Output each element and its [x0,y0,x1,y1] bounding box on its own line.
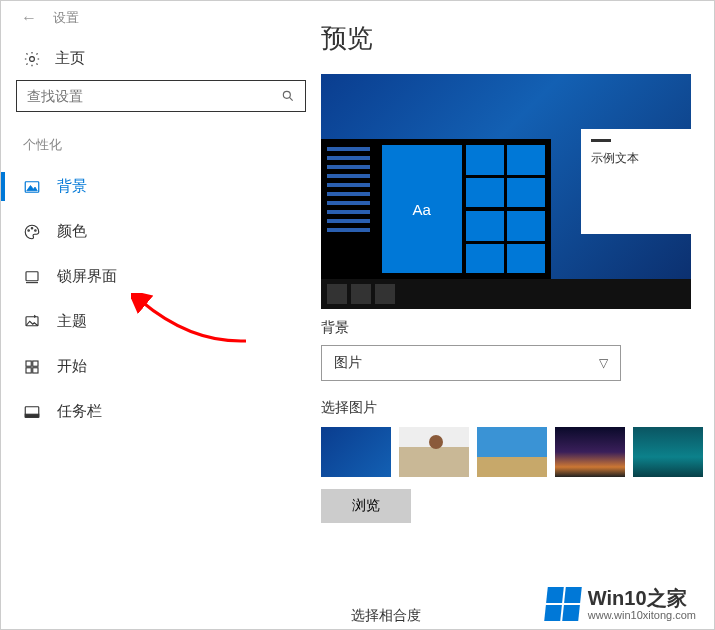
nav-item-start[interactable]: 开始 [1,344,321,389]
start-icon [23,358,41,376]
preview-heading: 预览 [321,21,704,56]
svg-rect-8 [26,271,38,280]
app-title: 设置 [53,9,79,27]
nav-label: 任务栏 [57,402,102,421]
preview-taskbar [321,279,691,309]
svg-point-1 [283,91,290,98]
preview-window: 示例文本 [581,129,691,234]
nav-item-lockscreen[interactable]: 锁屏界面 [1,254,321,299]
lockscreen-icon [23,268,41,286]
chevron-down-icon: ▽ [599,356,608,370]
taskbar-icon [23,403,41,421]
picture-thumbnails [321,427,704,477]
watermark: Win10之家 www.win10xitong.com [540,585,702,623]
nav-label: 锁屏界面 [57,267,117,286]
svg-rect-12 [33,361,38,366]
nav-label: 主题 [57,312,87,331]
sample-text-label: 示例文本 [591,151,639,165]
background-label: 背景 [321,319,704,337]
home-row[interactable]: 主页 [1,37,321,80]
svg-line-2 [289,97,292,100]
svg-point-6 [31,227,33,229]
back-arrow-icon[interactable]: ← [21,9,37,27]
preview-tile-large: Aa [382,145,462,273]
picture-thumb[interactable] [633,427,703,477]
picture-thumb[interactable] [555,427,625,477]
themes-icon [23,313,41,331]
windows-logo-icon [544,587,582,621]
browse-button[interactable]: 浏览 [321,489,411,523]
nav-item-themes[interactable]: 主题 [1,299,321,344]
main-content: 预览 示例文本 Aa 背景 [321,1,714,629]
picture-thumb[interactable] [399,427,469,477]
watermark-title: Win10之家 [588,587,696,609]
fit-label-truncated: 选择相合度 [351,607,421,625]
svg-point-0 [30,56,35,61]
search-box[interactable] [16,80,306,112]
nav-label: 颜色 [57,222,87,241]
dropdown-value: 图片 [334,354,362,372]
choose-picture-label: 选择图片 [321,399,704,417]
picture-thumb[interactable] [321,427,391,477]
svg-rect-16 [25,414,39,417]
svg-point-7 [35,229,37,231]
preview-start-panel: Aa [321,139,551,279]
home-label: 主页 [55,49,85,68]
svg-marker-4 [27,185,38,190]
sidebar: ← 设置 主页 个性化 背景 颜色 [1,1,321,629]
gear-icon [23,50,41,68]
palette-icon [23,223,41,241]
search-input[interactable] [27,88,281,104]
nav-item-background[interactable]: 背景 [1,164,321,209]
nav-item-taskbar[interactable]: 任务栏 [1,389,321,434]
picture-icon [23,178,41,196]
svg-rect-14 [33,367,38,372]
nav-item-colors[interactable]: 颜色 [1,209,321,254]
search-icon [281,89,295,103]
watermark-url: www.win10xitong.com [588,609,696,621]
background-type-dropdown[interactable]: 图片 ▽ [321,345,621,381]
svg-rect-13 [26,367,31,372]
svg-point-5 [28,229,30,231]
titlebar: ← 设置 [1,9,321,37]
desktop-preview: 示例文本 Aa [321,74,691,309]
nav-label: 背景 [57,177,87,196]
svg-rect-11 [26,361,31,366]
nav-label: 开始 [57,357,87,376]
picture-thumb[interactable] [477,427,547,477]
category-label: 个性化 [1,122,321,164]
